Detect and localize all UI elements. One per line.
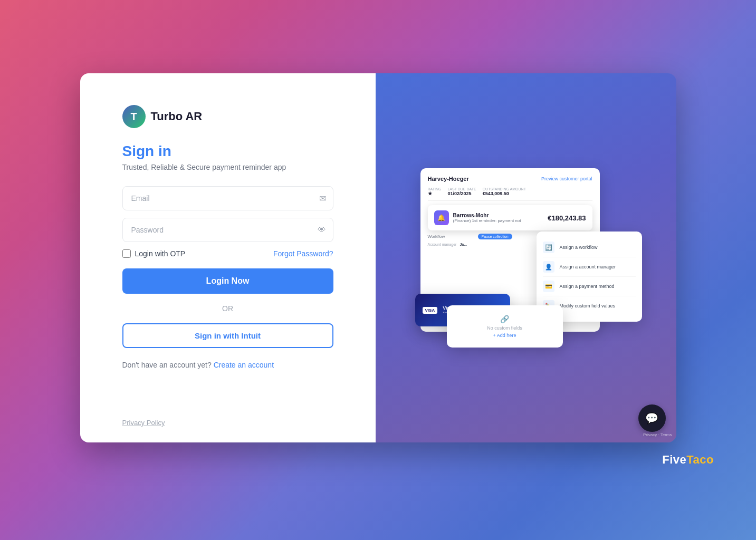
privacy-policy-link[interactable]: Privacy Policy xyxy=(122,419,165,427)
mock-stat-2: LAST DUE DATE 01/02/2025 xyxy=(447,187,476,196)
chat-privacy-text: Privacy · Terms xyxy=(643,432,672,437)
action-item-1: 🔄 Assign a workflow xyxy=(543,238,636,257)
notif-sub: (Finance) 1st reminder: payment not xyxy=(453,218,544,223)
main-card: T Turbo AR Sign in Trusted, Reliable & S… xyxy=(80,73,676,442)
no-fields-text: No custom fields xyxy=(487,325,522,331)
sign-in-highlight: in xyxy=(158,143,171,159)
logo-area: T Turbo AR xyxy=(122,105,333,128)
add-here-link[interactable]: + Add here xyxy=(493,333,516,338)
otp-checkbox[interactable] xyxy=(122,249,131,258)
pause-badge: Pause collection xyxy=(478,234,512,239)
email-icon: ✉ xyxy=(319,194,326,204)
create-account-link[interactable]: Create an account xyxy=(214,361,274,369)
mock-notification: 🔔 Barrows-Mohr (Finance) 1st reminder: p… xyxy=(428,205,592,230)
stat-label-3: OUTSTANDING AMOUNT xyxy=(483,187,526,191)
stat-label-2: LAST DUE DATE xyxy=(447,187,476,191)
sign-in-title: Sign in xyxy=(122,143,333,160)
forgot-password-link[interactable]: Forgot Password? xyxy=(273,249,333,258)
otp-checkbox-label[interactable]: Login with OTP xyxy=(122,249,186,258)
sign-in-text: Sign xyxy=(122,143,158,159)
action-item-2: 👤 Assign a account manager xyxy=(543,257,636,277)
mock-stat-3: OUTSTANDING AMOUNT €543,009.50 xyxy=(483,187,526,196)
action-icon-3: 💳 xyxy=(543,281,554,292)
notif-title: Barrows-Mohr xyxy=(453,213,544,218)
mock-portal-link: Preview customer portal xyxy=(541,176,592,181)
action-icon-1: 🔄 xyxy=(543,242,554,253)
stat-value-1: ★ xyxy=(428,191,442,196)
mock-stats: RATING ★ LAST DUE DATE 01/02/2025 OUTSTA… xyxy=(428,187,592,201)
app-name: Turbo AR xyxy=(151,110,203,123)
app-logo-icon: T xyxy=(122,105,146,128)
mock-company: Harvey-Hoeger xyxy=(428,176,469,182)
notif-icon: 🔔 xyxy=(434,210,449,225)
notif-amount: €180,243.83 xyxy=(548,214,586,222)
email-input[interactable] xyxy=(122,186,333,210)
bottom-brand: FiveTaco xyxy=(662,453,756,467)
stat-value-2: 01/02/2025 xyxy=(447,191,476,196)
action-icon-2: 👤 xyxy=(543,261,554,273)
chat-icon: 💬 xyxy=(645,412,658,425)
action-text-4: Modify custom field values xyxy=(560,303,616,308)
left-panel: T Turbo AR Sign in Trusted, Reliable & S… xyxy=(80,73,376,442)
no-account-label: Don't have an account yet? xyxy=(122,361,212,369)
logo-letter: T xyxy=(130,111,137,123)
brand-taco: Taco xyxy=(686,453,714,466)
options-row: Login with OTP Forgot Password? xyxy=(122,249,333,258)
password-group: 👁 xyxy=(122,218,333,242)
action-item-3: 💳 Assign a payment method xyxy=(543,277,636,296)
mock-fields-card: 🔗 No custom fields + Add here xyxy=(447,305,563,348)
or-divider: OR xyxy=(122,304,333,313)
chat-widget[interactable]: 💬 xyxy=(638,404,666,432)
brand-five: Five xyxy=(662,453,686,466)
intuit-button[interactable]: Sign in with Intuit xyxy=(122,323,333,348)
visa-label: VISA xyxy=(423,307,438,314)
stat-label-1: RATING xyxy=(428,187,442,191)
mock-stat-1: RATING ★ xyxy=(428,187,442,196)
fields-icon: 🔗 xyxy=(500,315,509,323)
action-text-2: Assign a account manager xyxy=(560,264,616,269)
otp-label: Login with OTP xyxy=(135,249,186,258)
action-text-1: Assign a workflow xyxy=(560,245,598,250)
mockup-container: Harvey-Hoeger Preview customer portal RA… xyxy=(415,158,637,358)
workflow-label: Workflow xyxy=(428,234,445,239)
action-text-3: Assign a payment method xyxy=(560,284,615,289)
notif-text: Barrows-Mohr (Finance) 1st reminder: pay… xyxy=(453,213,544,223)
password-input[interactable] xyxy=(122,218,333,242)
no-account-text: Don't have an account yet? Create an acc… xyxy=(122,361,333,369)
right-panel: Harvey-Hoeger Preview customer portal RA… xyxy=(376,73,676,442)
mock-header: Harvey-Hoeger Preview customer portal xyxy=(428,176,592,182)
email-group: ✉ xyxy=(122,186,333,210)
eye-icon[interactable]: 👁 xyxy=(318,225,326,235)
subtitle: Trusted, Reliable & Secure payment remin… xyxy=(122,163,333,171)
acct-mgr-value: Ja... xyxy=(460,243,467,246)
stat-value-3: €543,009.50 xyxy=(483,191,526,196)
acct-mgr-label: Account manager xyxy=(428,243,457,246)
login-button[interactable]: Login Now xyxy=(122,268,333,294)
outer-wrapper: T Turbo AR Sign in Trusted, Reliable & S… xyxy=(0,0,756,540)
